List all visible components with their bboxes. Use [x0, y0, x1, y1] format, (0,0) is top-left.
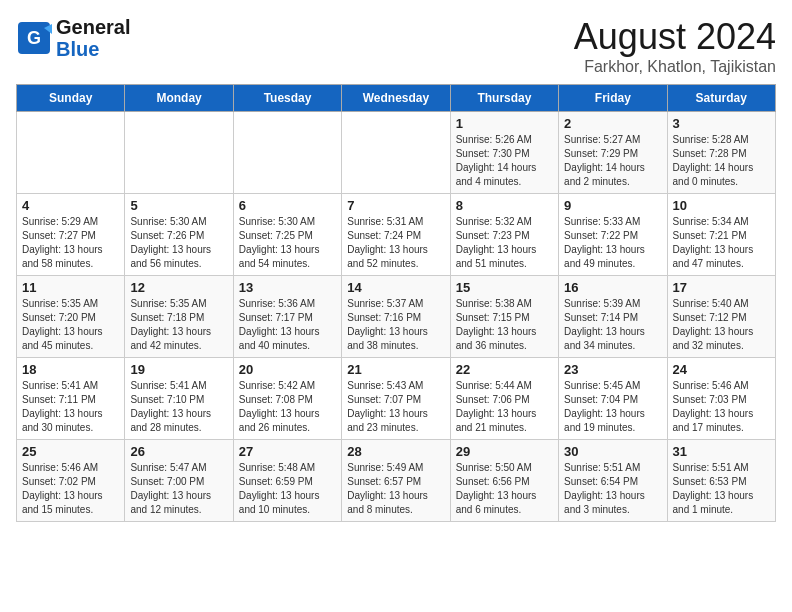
calendar-cell: 18Sunrise: 5:41 AM Sunset: 7:11 PM Dayli… [17, 358, 125, 440]
day-number: 18 [22, 362, 119, 377]
day-info: Sunrise: 5:30 AM Sunset: 7:26 PM Dayligh… [130, 215, 227, 271]
day-info: Sunrise: 5:50 AM Sunset: 6:56 PM Dayligh… [456, 461, 553, 517]
day-info: Sunrise: 5:44 AM Sunset: 7:06 PM Dayligh… [456, 379, 553, 435]
day-number: 10 [673, 198, 770, 213]
day-number: 20 [239, 362, 336, 377]
day-number: 25 [22, 444, 119, 459]
calendar-cell: 10Sunrise: 5:34 AM Sunset: 7:21 PM Dayli… [667, 194, 775, 276]
week-row-2: 4Sunrise: 5:29 AM Sunset: 7:27 PM Daylig… [17, 194, 776, 276]
logo: G General Blue [16, 16, 130, 60]
calendar-cell: 2Sunrise: 5:27 AM Sunset: 7:29 PM Daylig… [559, 112, 667, 194]
calendar-cell: 6Sunrise: 5:30 AM Sunset: 7:25 PM Daylig… [233, 194, 341, 276]
day-info: Sunrise: 5:41 AM Sunset: 7:11 PM Dayligh… [22, 379, 119, 435]
day-header-saturday: Saturday [667, 85, 775, 112]
week-row-1: 1Sunrise: 5:26 AM Sunset: 7:30 PM Daylig… [17, 112, 776, 194]
day-info: Sunrise: 5:33 AM Sunset: 7:22 PM Dayligh… [564, 215, 661, 271]
day-info: Sunrise: 5:30 AM Sunset: 7:25 PM Dayligh… [239, 215, 336, 271]
day-number: 29 [456, 444, 553, 459]
location-title: Farkhor, Khatlon, Tajikistan [574, 58, 776, 76]
calendar-cell: 19Sunrise: 5:41 AM Sunset: 7:10 PM Dayli… [125, 358, 233, 440]
day-info: Sunrise: 5:48 AM Sunset: 6:59 PM Dayligh… [239, 461, 336, 517]
calendar-cell: 13Sunrise: 5:36 AM Sunset: 7:17 PM Dayli… [233, 276, 341, 358]
day-info: Sunrise: 5:36 AM Sunset: 7:17 PM Dayligh… [239, 297, 336, 353]
calendar-cell: 26Sunrise: 5:47 AM Sunset: 7:00 PM Dayli… [125, 440, 233, 522]
day-number: 6 [239, 198, 336, 213]
day-info: Sunrise: 5:46 AM Sunset: 7:02 PM Dayligh… [22, 461, 119, 517]
day-number: 14 [347, 280, 444, 295]
calendar-cell: 22Sunrise: 5:44 AM Sunset: 7:06 PM Dayli… [450, 358, 558, 440]
day-number: 16 [564, 280, 661, 295]
day-number: 24 [673, 362, 770, 377]
day-info: Sunrise: 5:28 AM Sunset: 7:28 PM Dayligh… [673, 133, 770, 189]
calendar-cell: 28Sunrise: 5:49 AM Sunset: 6:57 PM Dayli… [342, 440, 450, 522]
day-number: 19 [130, 362, 227, 377]
day-number: 26 [130, 444, 227, 459]
week-row-4: 18Sunrise: 5:41 AM Sunset: 7:11 PM Dayli… [17, 358, 776, 440]
svg-text:G: G [27, 28, 41, 48]
day-info: Sunrise: 5:31 AM Sunset: 7:24 PM Dayligh… [347, 215, 444, 271]
day-info: Sunrise: 5:46 AM Sunset: 7:03 PM Dayligh… [673, 379, 770, 435]
day-info: Sunrise: 5:51 AM Sunset: 6:53 PM Dayligh… [673, 461, 770, 517]
calendar-cell: 5Sunrise: 5:30 AM Sunset: 7:26 PM Daylig… [125, 194, 233, 276]
day-info: Sunrise: 5:41 AM Sunset: 7:10 PM Dayligh… [130, 379, 227, 435]
logo-general: General [56, 16, 130, 38]
day-info: Sunrise: 5:47 AM Sunset: 7:00 PM Dayligh… [130, 461, 227, 517]
day-number: 3 [673, 116, 770, 131]
day-number: 9 [564, 198, 661, 213]
logo-icon: G [16, 20, 52, 56]
day-info: Sunrise: 5:29 AM Sunset: 7:27 PM Dayligh… [22, 215, 119, 271]
day-info: Sunrise: 5:51 AM Sunset: 6:54 PM Dayligh… [564, 461, 661, 517]
calendar-cell: 23Sunrise: 5:45 AM Sunset: 7:04 PM Dayli… [559, 358, 667, 440]
day-number: 21 [347, 362, 444, 377]
day-info: Sunrise: 5:38 AM Sunset: 7:15 PM Dayligh… [456, 297, 553, 353]
calendar-cell: 16Sunrise: 5:39 AM Sunset: 7:14 PM Dayli… [559, 276, 667, 358]
day-number: 17 [673, 280, 770, 295]
day-number: 30 [564, 444, 661, 459]
day-info: Sunrise: 5:43 AM Sunset: 7:07 PM Dayligh… [347, 379, 444, 435]
calendar-cell: 8Sunrise: 5:32 AM Sunset: 7:23 PM Daylig… [450, 194, 558, 276]
day-header-thursday: Thursday [450, 85, 558, 112]
week-row-5: 25Sunrise: 5:46 AM Sunset: 7:02 PM Dayli… [17, 440, 776, 522]
calendar-cell [125, 112, 233, 194]
calendar-cell: 12Sunrise: 5:35 AM Sunset: 7:18 PM Dayli… [125, 276, 233, 358]
day-info: Sunrise: 5:39 AM Sunset: 7:14 PM Dayligh… [564, 297, 661, 353]
day-number: 22 [456, 362, 553, 377]
page-header: G General Blue August 2024 Farkhor, Khat… [16, 16, 776, 76]
calendar-cell: 31Sunrise: 5:51 AM Sunset: 6:53 PM Dayli… [667, 440, 775, 522]
day-number: 1 [456, 116, 553, 131]
day-number: 28 [347, 444, 444, 459]
day-number: 12 [130, 280, 227, 295]
day-header-friday: Friday [559, 85, 667, 112]
day-info: Sunrise: 5:35 AM Sunset: 7:20 PM Dayligh… [22, 297, 119, 353]
calendar-cell: 25Sunrise: 5:46 AM Sunset: 7:02 PM Dayli… [17, 440, 125, 522]
day-info: Sunrise: 5:42 AM Sunset: 7:08 PM Dayligh… [239, 379, 336, 435]
calendar-cell: 29Sunrise: 5:50 AM Sunset: 6:56 PM Dayli… [450, 440, 558, 522]
month-title: August 2024 [574, 16, 776, 58]
calendar-cell: 7Sunrise: 5:31 AM Sunset: 7:24 PM Daylig… [342, 194, 450, 276]
calendar-cell: 14Sunrise: 5:37 AM Sunset: 7:16 PM Dayli… [342, 276, 450, 358]
calendar-cell: 3Sunrise: 5:28 AM Sunset: 7:28 PM Daylig… [667, 112, 775, 194]
logo-blue: Blue [56, 38, 99, 60]
calendar-cell: 24Sunrise: 5:46 AM Sunset: 7:03 PM Dayli… [667, 358, 775, 440]
day-header-monday: Monday [125, 85, 233, 112]
calendar-cell: 11Sunrise: 5:35 AM Sunset: 7:20 PM Dayli… [17, 276, 125, 358]
calendar-cell: 4Sunrise: 5:29 AM Sunset: 7:27 PM Daylig… [17, 194, 125, 276]
calendar-cell [17, 112, 125, 194]
day-info: Sunrise: 5:27 AM Sunset: 7:29 PM Dayligh… [564, 133, 661, 189]
calendar-cell: 27Sunrise: 5:48 AM Sunset: 6:59 PM Dayli… [233, 440, 341, 522]
day-info: Sunrise: 5:49 AM Sunset: 6:57 PM Dayligh… [347, 461, 444, 517]
day-header-tuesday: Tuesday [233, 85, 341, 112]
day-header-row: SundayMondayTuesdayWednesdayThursdayFrid… [17, 85, 776, 112]
day-number: 27 [239, 444, 336, 459]
day-info: Sunrise: 5:35 AM Sunset: 7:18 PM Dayligh… [130, 297, 227, 353]
day-info: Sunrise: 5:40 AM Sunset: 7:12 PM Dayligh… [673, 297, 770, 353]
calendar-cell: 21Sunrise: 5:43 AM Sunset: 7:07 PM Dayli… [342, 358, 450, 440]
calendar-cell: 30Sunrise: 5:51 AM Sunset: 6:54 PM Dayli… [559, 440, 667, 522]
day-header-sunday: Sunday [17, 85, 125, 112]
day-number: 7 [347, 198, 444, 213]
calendar-body: 1Sunrise: 5:26 AM Sunset: 7:30 PM Daylig… [17, 112, 776, 522]
day-number: 5 [130, 198, 227, 213]
calendar-cell [342, 112, 450, 194]
day-header-wednesday: Wednesday [342, 85, 450, 112]
title-block: August 2024 Farkhor, Khatlon, Tajikistan [574, 16, 776, 76]
